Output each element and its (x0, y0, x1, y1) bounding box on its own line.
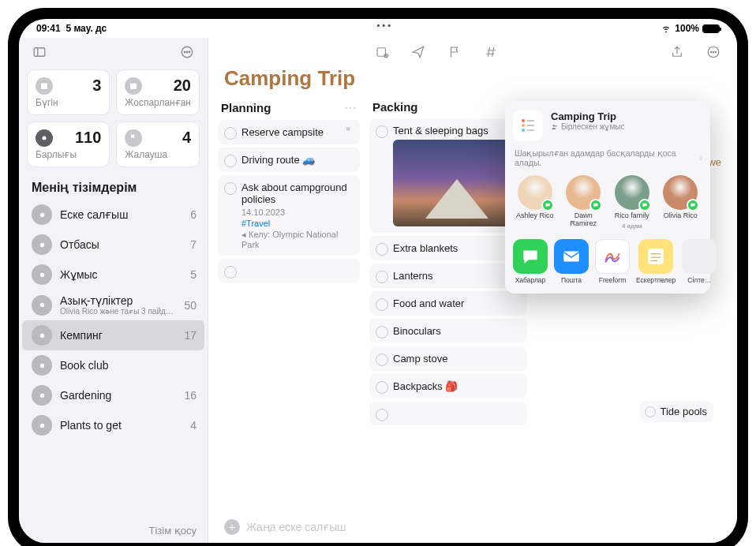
share-contact[interactable]: Dawn Ramirez (562, 175, 606, 230)
svg-point-14 (39, 363, 43, 367)
svg-point-4 (186, 51, 188, 53)
column-title: Planning (221, 101, 271, 114)
reminder-item[interactable]: Ask about campground policies 14.10.2023… (218, 175, 360, 256)
new-reminder-button[interactable]: + Жаңа еске салғыш (208, 511, 737, 543)
share-icon[interactable] (666, 41, 688, 63)
smart-scheduled[interactable]: 20 Жоспарланған (116, 69, 200, 115)
reminder-item[interactable]: Lanterns (369, 264, 527, 288)
share-contact[interactable]: Rico family 4 адам (610, 175, 654, 230)
checkbox[interactable] (376, 298, 388, 311)
share-app[interactable]: Хабарлар (513, 239, 548, 284)
more-icon[interactable] (702, 41, 724, 63)
checkbox[interactable] (376, 271, 388, 283)
sidebar-list-item[interactable]: Book club (22, 350, 204, 380)
column-menu-icon[interactable]: ⋯ (344, 100, 357, 115)
app-name: Сілте… (687, 276, 711, 284)
svg-point-30 (522, 124, 525, 127)
sidebar-list-item[interactable]: Отбасы 7 (22, 230, 204, 260)
app-name: Ескертпелер (636, 276, 676, 284)
sidebar-list-item[interactable]: Кемпинг 17 (22, 320, 204, 350)
list-count: 17 (184, 329, 196, 342)
reminder-item[interactable]: Tide pools (640, 401, 714, 422)
hash-icon[interactable] (480, 41, 502, 63)
share-contact[interactable]: Ashley Rico (513, 175, 557, 230)
main-content: Camping Trip Planning⋯ Reserve campsite … (208, 38, 737, 543)
attachment-image[interactable] (393, 140, 521, 226)
smart-today[interactable]: 3 Бүгін (27, 69, 110, 115)
template-icon[interactable] (371, 41, 393, 63)
share-app[interactable]: Freeform (595, 239, 630, 284)
list-bullet-icon (32, 295, 52, 316)
contact-sub: 4 адам (622, 223, 642, 230)
share-subtitle[interactable]: Бірлескен жұмыс (551, 122, 625, 131)
reminder-item[interactable]: Tent & sleeping bags (369, 118, 527, 233)
avatar (566, 175, 601, 210)
checkbox[interactable] (376, 381, 388, 394)
list-name: Отбасы (60, 238, 182, 251)
send-icon[interactable] (407, 41, 429, 63)
sidebar: 3 Бүгін 20 Жоспарланған 110 Барлығы 4 Жа… (19, 38, 208, 543)
reminder-item[interactable]: Driving route 🚙 (218, 148, 360, 172)
avatar (615, 175, 649, 210)
checkbox[interactable] (376, 353, 388, 366)
avatar (663, 175, 698, 210)
sidebar-list-item[interactable]: Еске салғыш 6 (22, 200, 204, 230)
list-bullet-icon (32, 234, 52, 255)
contact-name: Ashley Rico (516, 212, 554, 220)
checkbox[interactable] (376, 125, 388, 138)
smart-flagged[interactable]: 4 Жалауша (116, 122, 200, 167)
main-toolbar (208, 38, 737, 66)
list-name: Азық-түліктер (60, 294, 176, 307)
svg-point-36 (556, 125, 557, 126)
checkbox[interactable] (376, 326, 388, 338)
share-permissions-row[interactable]: Шақырылған адамдар басқаларды қоса алады… (513, 145, 702, 175)
list-count: 50 (184, 299, 196, 312)
checkbox[interactable] (376, 409, 388, 421)
messages-badge-icon (589, 199, 602, 211)
sidebar-list-item[interactable]: Азық-түліктер Olivia Rico және тағы 3 па… (22, 290, 204, 320)
reminders-app-icon (513, 110, 543, 140)
reminder-item[interactable]: Reserve campsite (218, 120, 360, 144)
reminder-item[interactable]: Camp stove (369, 346, 527, 371)
add-list-button[interactable]: Тізім қосу (19, 518, 208, 543)
sidebar-list-item[interactable]: Plants to get 4 (22, 410, 204, 440)
reminder-item-empty[interactable] (369, 402, 527, 425)
share-app[interactable]: Ескертпелер (636, 239, 676, 284)
reminder-item[interactable]: Binoculars (369, 319, 527, 343)
more-menu-icon[interactable] (176, 41, 198, 63)
page-title: Camping Trip (208, 66, 737, 97)
reminder-item[interactable]: Extra blankets (369, 236, 527, 260)
svg-point-13 (39, 333, 43, 337)
share-contact[interactable]: Olivia Rico (659, 175, 703, 230)
sidebar-list-item[interactable]: Gardening 16 (22, 380, 204, 410)
sidebar-list-item[interactable]: Жұмыс 5 (22, 260, 204, 290)
app-name: Freeform (599, 276, 626, 284)
svg-point-12 (39, 303, 43, 307)
svg-point-15 (39, 393, 43, 397)
list-count: 6 (190, 208, 196, 221)
checkbox[interactable] (645, 406, 656, 417)
flag-badge-icon (344, 126, 354, 138)
svg-line-24 (492, 47, 494, 57)
multitask-dots[interactable]: • • • (376, 21, 391, 30)
list-bullet-icon (32, 204, 52, 225)
svg-point-26 (710, 51, 712, 53)
messages-badge-icon (541, 199, 554, 211)
sidebar-toggle-icon[interactable] (28, 41, 51, 63)
reminder-item[interactable]: Backpacks 🎒 (369, 374, 527, 398)
list-count: 16 (184, 389, 196, 402)
smart-all[interactable]: 110 Барлығы (27, 122, 110, 167)
list-bullet-icon (32, 264, 52, 285)
checkbox[interactable] (376, 243, 388, 256)
checkbox[interactable] (224, 127, 237, 140)
status-date: 5 мау. дс (65, 23, 107, 34)
reminder-item-empty[interactable] (218, 259, 360, 282)
checkbox[interactable] (224, 266, 237, 279)
list-name: Кемпинг (60, 329, 176, 342)
checkbox[interactable] (224, 155, 237, 167)
share-app[interactable]: Сілте… (682, 239, 717, 284)
checkbox[interactable] (224, 182, 237, 195)
share-app[interactable]: Пошта (554, 239, 589, 284)
flag-icon[interactable] (443, 41, 466, 63)
reminder-item[interactable]: Food and water (369, 291, 527, 316)
